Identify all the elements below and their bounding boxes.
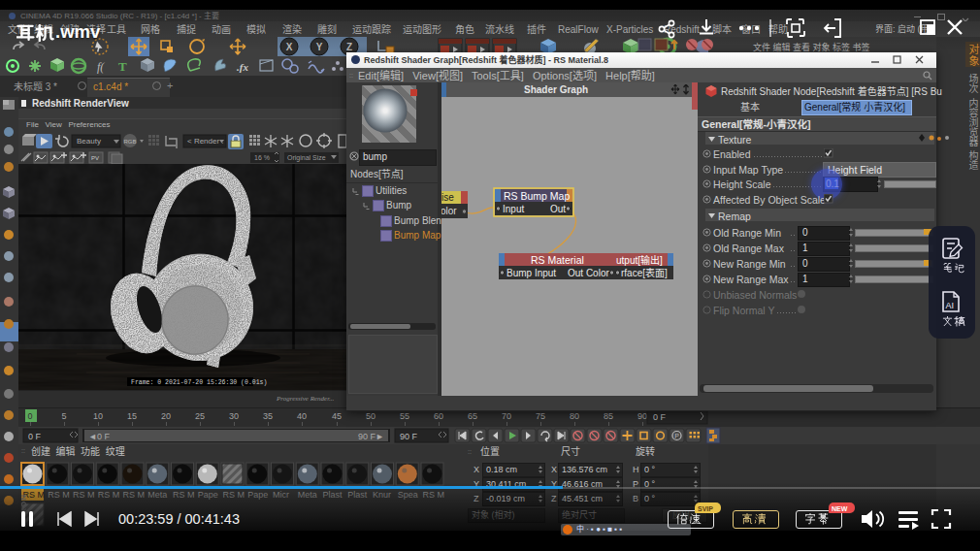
svg-text:utput[输出]: utput[输出] [616, 254, 663, 266]
svg-text:15: 15 [127, 411, 137, 421]
svg-text:75: 75 [536, 411, 545, 421]
svg-text:5: 5 [61, 411, 66, 421]
svg-text:P: P [674, 433, 679, 439]
svg-text:0: 0 [27, 411, 32, 421]
svg-text:00:23:59 / 00:41:43: 00:23:59 / 00:41:43 [118, 511, 240, 527]
svg-text:Bump Input: Bump Input [506, 268, 556, 278]
svg-text:Original Size: Original Size [287, 154, 326, 162]
svg-text:< Render :: < Render : [187, 137, 224, 146]
svg-text:80: 80 [570, 411, 579, 421]
svg-text:40: 40 [297, 411, 307, 421]
svg-text:85: 85 [604, 411, 613, 421]
svg-text:RS Bump Map: RS Bump Map [504, 190, 570, 202]
svg-text:f(: f( [97, 60, 105, 74]
svg-text:10: 10 [93, 411, 103, 421]
svg-text:16 %: 16 % [254, 154, 270, 161]
svg-text:PV: PV [91, 155, 99, 161]
svg-text:rface[表面]: rface[表面] [621, 267, 668, 278]
svg-text:70: 70 [502, 411, 511, 421]
svg-text:RGB: RGB [123, 139, 136, 145]
svg-text:ise: ise [441, 192, 454, 203]
svg-text:60: 60 [434, 411, 443, 421]
svg-text:90 F►: 90 F► [358, 432, 384, 441]
svg-text:T: T [118, 59, 127, 74]
svg-text:20: 20 [161, 411, 171, 421]
svg-text:90: 90 [637, 411, 647, 421]
svg-text:50: 50 [366, 411, 376, 421]
svg-text:0 F: 0 F [28, 432, 42, 441]
svg-text:0 F: 0 F [653, 412, 667, 422]
svg-text:Out: Out [550, 204, 566, 214]
svg-text:90 F: 90 F [400, 432, 418, 441]
svg-text:25: 25 [195, 411, 205, 421]
svg-text:Out Color: Out Color [568, 268, 609, 278]
svg-text:olor: olor [441, 206, 457, 216]
svg-text:Beauty: Beauty [77, 137, 101, 146]
svg-text:Frame: 0 2021-07-20 15:26:30: Frame: 0 2021-07-20 15:26:30 (0.01s) [131, 379, 267, 386]
svg-text:35: 35 [263, 411, 273, 421]
svg-text:.fx: .fx [237, 61, 248, 73]
svg-text:30: 30 [229, 411, 239, 421]
svg-text:◄0 F: ◄0 F [88, 432, 110, 441]
svg-text:Input: Input [503, 204, 524, 214]
svg-text:45: 45 [332, 411, 342, 421]
svg-text:RS Material: RS Material [531, 254, 584, 266]
svg-text:AI: AI [946, 301, 955, 310]
svg-text:65: 65 [468, 411, 477, 421]
svg-text:55: 55 [400, 411, 409, 421]
